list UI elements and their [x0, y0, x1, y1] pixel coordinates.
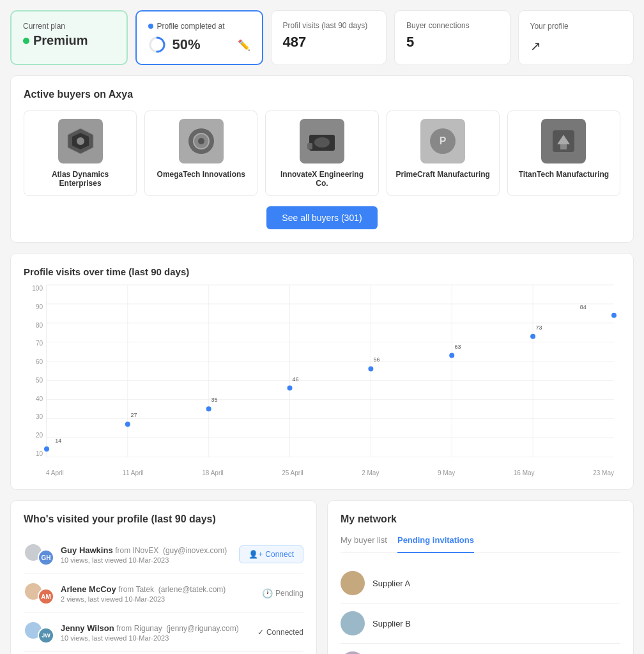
svg-point-4	[77, 137, 84, 145]
buyer-card-4[interactable]: TitanTech Manufacturing	[507, 110, 620, 196]
y-label-70: 70	[24, 340, 43, 347]
x-label-6: 16 May	[514, 469, 535, 476]
visitor-avatar-0: GH	[24, 543, 54, 566]
svg-point-43	[530, 334, 535, 339]
buyer-logo-3: P	[420, 119, 465, 164]
edit-icon[interactable]: ✏️	[238, 39, 250, 51]
buyer-name-1: OmegaTech Innovations	[157, 170, 245, 179]
your-profile-card[interactable]: Your profile ↗	[518, 10, 634, 65]
clock-icon: 🕐	[262, 588, 273, 598]
visitor-item-2: JW Jenny Wilson from Rigunay (jenny@rigu…	[24, 613, 303, 652]
chart-line-svg: 14 27 35 46	[47, 285, 614, 457]
chart-point-5: 63	[449, 344, 461, 358]
connect-button-0[interactable]: 👤+ Connect	[239, 545, 303, 563]
supplier-name-0: Supplier A	[372, 579, 410, 588]
y-label-100: 100	[24, 285, 43, 292]
svg-point-35	[206, 406, 211, 411]
buyers-section-title: Active buyers on Axya	[24, 89, 620, 100]
svg-text:27: 27	[130, 412, 137, 418]
buyer-card-1[interactable]: OmegaTech Innovations	[144, 110, 257, 196]
profile-completed-label: Profile completed at	[157, 22, 225, 31]
visitor-info-2: Jenny Wilson from Rigunay (jenny@rigunay…	[61, 623, 251, 642]
y-label-60: 60	[24, 358, 43, 365]
chart-container: 10 20 30 40 50 60 70 80 90 100	[24, 285, 620, 476]
chart-x-labels: 4 April 11 April 18 April 25 April 2 May…	[46, 469, 614, 476]
visitors-section: Who's visited your profile (last 90 days…	[10, 500, 317, 654]
y-label-20: 20	[24, 432, 43, 439]
chart-point-4: 56	[368, 356, 379, 372]
buyers-grid: Atlas Dynamics Enterprises OmegaTech Inn…	[24, 110, 620, 196]
visitor-info-0: Guy Hawkins from INovEX (guy@inovex.com)…	[61, 545, 233, 564]
y-label-10: 10	[24, 450, 43, 457]
svg-point-45	[611, 313, 617, 318]
profile-completed-card: Profile completed at 50% ✏️	[135, 10, 263, 65]
bottom-row: Who's visited your profile (last 90 days…	[10, 500, 634, 654]
chart-point-3: 46	[288, 376, 299, 391]
visitor-name-0: Guy Hawkins from INovEX (guy@inovex.com)	[61, 545, 233, 555]
svg-point-37	[288, 385, 293, 390]
svg-point-31	[44, 446, 49, 452]
tab-buyer-list[interactable]: My buyer list	[341, 535, 387, 547]
chart-point-6: 73	[530, 324, 542, 339]
visitor-avatar-1: AM	[24, 582, 54, 605]
svg-text:63: 63	[454, 344, 461, 350]
visitor-meta-2: 10 views, last viewed 10-Mar-2023	[61, 634, 251, 642]
supplier-avatar-1	[341, 611, 365, 635]
supplier-avatar-2	[341, 651, 365, 654]
visitors-title: Who's visited your profile (last 90 days…	[24, 513, 303, 525]
chart-point-2: 35	[206, 397, 218, 411]
svg-point-39	[368, 366, 373, 371]
buyer-logo-1	[179, 119, 224, 164]
profile-status-dot	[148, 24, 153, 29]
chart-point-7: 84	[580, 304, 617, 318]
tab-pending-invitations[interactable]: Pending invitations	[397, 535, 474, 553]
buyer-card-3[interactable]: P PrimeCraft Manufacturing	[387, 110, 500, 196]
chart-y-labels: 10 20 30 40 50 60 70 80 90 100	[24, 285, 43, 457]
visitor-action-0[interactable]: 👤+ Connect	[239, 545, 303, 563]
chart-point-1: 27	[125, 412, 137, 427]
svg-text:84: 84	[580, 304, 586, 310]
svg-point-9	[314, 137, 330, 148]
buyer-card-2[interactable]: InnovateX Engineering Co.	[265, 110, 378, 196]
svg-point-33	[125, 422, 130, 427]
visitor-item-1: AM Arlene McCoy from Tatek (arlene@tatek…	[24, 574, 303, 613]
x-label-2: 18 April	[202, 469, 223, 476]
premium-status-dot	[23, 38, 29, 44]
buyer-name-0: Atlas Dynamics Enterprises	[32, 170, 128, 188]
x-label-7: 23 May	[593, 469, 614, 476]
visitor-action-2: ✓ Connected	[257, 628, 303, 637]
chart-title: Profile visits over time (last 90 days)	[24, 266, 620, 277]
buyer-logo-0	[58, 119, 103, 164]
active-buyers-section: Active buyers on Axya Atlas Dynamics Ent…	[10, 75, 634, 243]
profile-visits-value: 487	[283, 34, 375, 50]
supplier-name-1: Supplier B	[372, 619, 411, 628]
pending-badge: 🕐 Pending	[262, 588, 303, 598]
visitor-meta-0: 10 views, last viewed 10-Mar-2023	[61, 556, 233, 564]
visitor-action-1: 🕐 Pending	[262, 588, 303, 598]
profile-visits-label: Profil visits (last 90 days)	[283, 21, 375, 30]
svg-text:14: 14	[55, 437, 61, 444]
x-label-0: 4 April	[46, 469, 64, 476]
svg-point-41	[449, 353, 454, 358]
x-label-4: 2 May	[362, 469, 379, 476]
see-all-buyers-button[interactable]: See all buyers (301)	[266, 206, 377, 229]
visitor-avatar-2: JW	[24, 621, 54, 644]
progress-spinner	[148, 36, 166, 54]
buyer-connections-label: Buyer connections	[406, 21, 498, 30]
checkmark-icon: ✓	[257, 628, 264, 637]
buyer-logo-2	[300, 119, 344, 164]
supplier-item-2: Supplier C	[341, 644, 620, 654]
x-label-1: 11 April	[122, 469, 143, 476]
buyer-connections-value: 5	[406, 34, 498, 50]
visitor-item-0: GH Guy Hawkins from INovEX (guy@inovex.c…	[24, 535, 303, 574]
current-plan-card: Current plan Premium	[10, 10, 128, 65]
svg-rect-10	[307, 143, 312, 149]
buyer-name-3: PrimeCraft Manufacturing	[396, 170, 490, 179]
connected-badge: ✓ Connected	[257, 628, 303, 637]
buyer-card-0[interactable]: Atlas Dynamics Enterprises	[24, 110, 137, 196]
svg-text:46: 46	[293, 376, 299, 383]
plan-name: Premium	[33, 33, 88, 48]
your-profile-label: Your profile	[530, 22, 622, 31]
supplier-item-1: Supplier B	[341, 604, 620, 644]
svg-rect-15	[560, 144, 567, 149]
